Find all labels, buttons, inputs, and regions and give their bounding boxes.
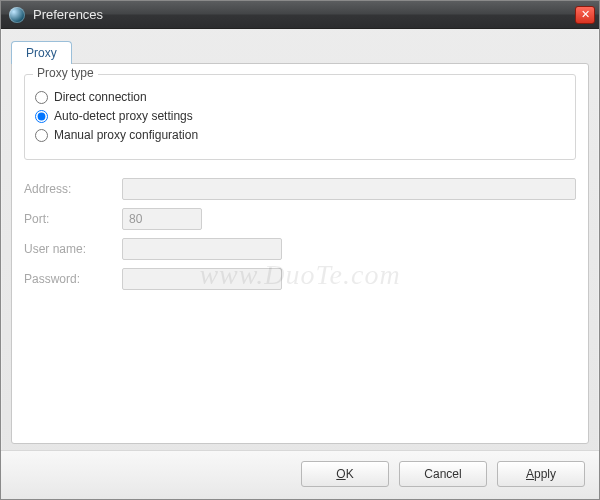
tabstrip: Proxy	[11, 37, 589, 63]
app-icon	[9, 7, 25, 23]
username-label: User name:	[24, 242, 114, 256]
radio-row-manual[interactable]: Manual proxy configuration	[35, 128, 565, 142]
port-label: Port:	[24, 212, 114, 226]
password-label: Password:	[24, 272, 114, 286]
radio-row-direct[interactable]: Direct connection	[35, 90, 565, 104]
apply-button-label: Apply	[526, 467, 556, 481]
radio-row-auto[interactable]: Auto-detect proxy settings	[35, 109, 565, 123]
password-input[interactable]	[122, 268, 282, 290]
ok-button[interactable]: OK	[301, 461, 389, 487]
window-title: Preferences	[33, 7, 575, 22]
tab-proxy[interactable]: Proxy	[11, 41, 72, 64]
apply-button[interactable]: Apply	[497, 461, 585, 487]
cancel-button[interactable]: Cancel	[399, 461, 487, 487]
tab-proxy-label: Proxy	[26, 46, 57, 60]
address-input[interactable]	[122, 178, 576, 200]
radio-direct[interactable]	[35, 91, 48, 104]
preferences-window: Preferences ✕ Proxy Proxy type Direct co…	[0, 0, 600, 500]
proxy-form: Address: Port: User name: Password:	[24, 178, 576, 290]
address-label: Address:	[24, 182, 114, 196]
radio-auto[interactable]	[35, 110, 48, 123]
radio-manual-label[interactable]: Manual proxy configuration	[54, 128, 198, 142]
radio-auto-label[interactable]: Auto-detect proxy settings	[54, 109, 193, 123]
ok-button-label: OK	[336, 467, 353, 481]
radio-direct-label[interactable]: Direct connection	[54, 90, 147, 104]
close-icon: ✕	[581, 9, 590, 20]
username-input[interactable]	[122, 238, 282, 260]
cancel-button-label: Cancel	[424, 467, 461, 481]
proxy-type-legend: Proxy type	[33, 66, 98, 80]
tab-panel-proxy: Proxy type Direct connection Auto-detect…	[11, 63, 589, 444]
radio-manual[interactable]	[35, 129, 48, 142]
titlebar[interactable]: Preferences ✕	[1, 1, 599, 29]
close-button[interactable]: ✕	[575, 6, 595, 24]
port-input[interactable]	[122, 208, 202, 230]
proxy-type-group: Proxy type Direct connection Auto-detect…	[24, 74, 576, 160]
content-area: Proxy Proxy type Direct connection Auto-…	[1, 29, 599, 450]
button-bar: OK Cancel Apply	[1, 450, 599, 499]
